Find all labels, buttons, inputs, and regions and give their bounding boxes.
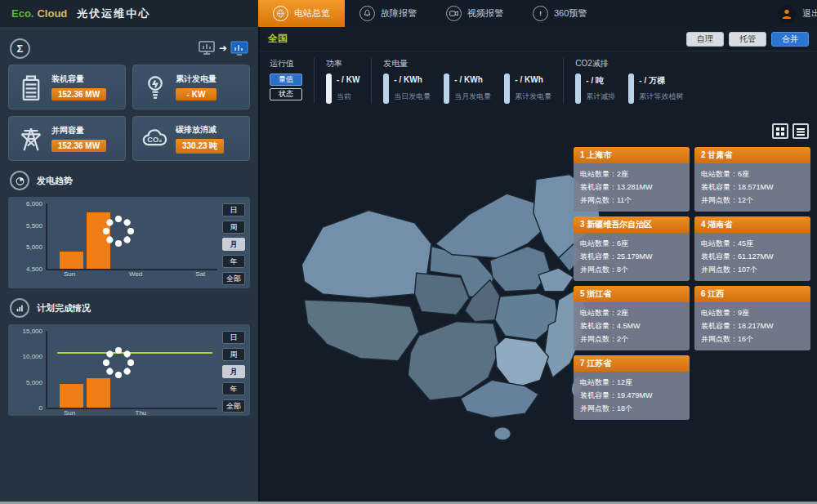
- province-stat-row: 装机容量：25.179MW: [580, 250, 683, 263]
- nav-tab[interactable]: !360预警: [518, 0, 601, 27]
- chart-plot-area: 05,00010,00015,000SunThu: [15, 331, 217, 413]
- brand-cloud: Cloud: [37, 7, 67, 20]
- map-region[interactable]: [301, 211, 431, 299]
- logout-button[interactable]: 退出: [802, 7, 817, 20]
- province-card-title: 1 上海市: [574, 147, 690, 163]
- globe-icon: [273, 6, 288, 21]
- metric-bar-indicator: [628, 74, 634, 104]
- province-stat-row: 电站数量：2座: [580, 306, 683, 319]
- y-axis-tick-label: 0: [15, 404, 42, 412]
- period-button[interactable]: 日: [222, 331, 245, 344]
- period-button[interactable]: 日: [222, 203, 245, 216]
- period-button[interactable]: 周: [222, 221, 245, 234]
- nav-tab-label: 故障报警: [381, 7, 417, 20]
- province-card-body: 电站数量：45座装机容量：61.127MW并网点数：107个: [694, 233, 810, 281]
- alert-icon: !: [533, 6, 548, 21]
- province-stat-row: 并网点数：11个: [580, 194, 683, 207]
- province-stat-row: 并网点数：2个: [580, 332, 683, 346]
- metric-bar-indicator: [383, 74, 389, 104]
- map-region[interactable]: [304, 300, 418, 361]
- metric-label: 当日发电量: [394, 91, 431, 102]
- period-button[interactable]: 月: [222, 238, 245, 251]
- period-button[interactable]: 月: [222, 365, 245, 378]
- nav-tab[interactable]: 视频报警: [431, 0, 518, 27]
- map-region[interactable]: [415, 273, 470, 314]
- display-mode-switcher[interactable]: ➜: [198, 41, 248, 56]
- mode-button[interactable]: 自理: [686, 32, 724, 47]
- list-view-button[interactable]: [792, 123, 809, 139]
- stat-card: 累计发电量 - KW: [132, 65, 250, 109]
- main-nav: 电站总览 故障报警 视频报警 !360预警: [258, 0, 778, 27]
- co2-cloud-icon: CO₂: [138, 123, 172, 154]
- province-card[interactable]: 3 新疆维吾尔自治区 电站数量：6座装机容量：25.179MW并网点数：8个: [574, 216, 690, 281]
- stat-value: 330.23 吨: [176, 139, 224, 154]
- target-line: [57, 352, 212, 354]
- period-button[interactable]: 全部: [222, 399, 245, 413]
- stat-value: 152.36 MW: [51, 140, 106, 152]
- province-card-body: 电站数量：6座装机容量：18.571MW并网点数：12个: [694, 163, 810, 212]
- province-card-title: 6 江西: [694, 286, 810, 302]
- x-axis-tick-label: Sat: [195, 270, 205, 278]
- y-axis-tick-label: 15,000: [15, 328, 42, 335]
- plan-completion-chart: 05,00010,00015,000SunThu 日周月年全部: [8, 324, 250, 416]
- nav-tab[interactable]: 故障报警: [345, 0, 431, 27]
- period-button[interactable]: 周: [222, 348, 245, 361]
- stat-card: CO₂ 碳排放消减 330.23 吨: [132, 116, 250, 161]
- province-card[interactable]: 2 甘肃省 电站数量：6座装机容量：18.571MW并网点数：12个: [694, 147, 810, 212]
- metric-bar-indicator: [326, 74, 332, 104]
- battery-icon: [14, 72, 48, 103]
- metric-label: 累计减排: [586, 91, 615, 102]
- metric-label: 累计等效植树: [639, 91, 683, 102]
- metric-value: - / KW: [337, 75, 359, 84]
- monitor-chart-icon: [230, 41, 248, 56]
- province-stat-row: 电站数量：2座: [580, 167, 683, 181]
- province-card[interactable]: 4 湖南省 电站数量：45座装机容量：61.127MW并网点数：107个: [694, 216, 810, 281]
- metric-value: - / KWh: [515, 75, 551, 84]
- nav-tab-label: 360预警: [554, 7, 587, 20]
- metrics-filter-bar: 运行值 量值状态 功率- / KW当前发电量- / KWh当日发电量- / KW…: [260, 51, 817, 112]
- metric-bar-indicator: [444, 74, 449, 104]
- metric-group: 功率- / KW当前: [314, 58, 371, 104]
- mode-button[interactable]: 合并: [771, 32, 809, 47]
- sigma-summary-icon[interactable]: Σ: [10, 38, 30, 59]
- stat-label: 装机容量: [51, 74, 106, 85]
- svg-text:CO₂: CO₂: [147, 136, 162, 144]
- chart-bar: [60, 384, 83, 408]
- stat-value: 152.36 MW: [51, 88, 106, 100]
- list-view-icon: [796, 127, 806, 136]
- province-card[interactable]: 5 浙江省 电站数量：2座装机容量：4.5MW并网点数：2个: [574, 286, 690, 350]
- section-title: 计划完成情况: [37, 302, 91, 314]
- period-filter: 日周月年全部: [222, 203, 245, 285]
- view-toggles: [772, 123, 809, 139]
- province-cards: 1 上海市 电站数量：2座装机容量：13.281MW并网点数：11个 2 甘肃省…: [574, 147, 810, 420]
- period-button[interactable]: 年: [222, 382, 245, 395]
- grid-view-button[interactable]: [772, 123, 788, 139]
- province-card[interactable]: 1 上海市 电站数量：2座装机容量：13.281MW并网点数：11个: [574, 147, 690, 212]
- run-value-button[interactable]: 状态: [270, 88, 302, 100]
- mode-button[interactable]: 托管: [729, 32, 766, 47]
- period-button[interactable]: 年: [222, 255, 245, 268]
- province-card[interactable]: 6 江西 电站数量：9座装机容量：18.217MW并网点数：16个: [694, 286, 810, 350]
- map-region-hainan[interactable]: [494, 427, 511, 440]
- province-stat-row: 电站数量：12座: [580, 376, 683, 389]
- province-card-title: 7 江苏省: [574, 355, 690, 372]
- bulb-icon: [138, 72, 172, 103]
- province-stat-row: 并网点数：12个: [701, 194, 804, 207]
- province-card[interactable]: 7 江苏省 电站数量：12座装机容量：19.479MW并网点数：18个: [574, 355, 690, 420]
- section-plan-completion: 计划完成情况: [10, 298, 248, 318]
- province-card-body: 电站数量：6座装机容量：25.179MW并网点数：8个: [574, 233, 690, 281]
- stat-card: 并网容量 152.36 MW: [8, 116, 126, 161]
- stat-cards: 装机容量 152.36 MW 累计发电量 - KW 并网容量 152.36 MW…: [8, 65, 250, 161]
- province-card-title: 3 新疆维吾尔自治区: [574, 216, 690, 233]
- generation-trend-chart: 4,5005,0005,5006,000SunWedSat 日周月年全部: [8, 197, 250, 288]
- map-region[interactable]: [495, 337, 549, 388]
- province-card-body: 电站数量：12座装机容量：19.479MW并网点数：18个: [574, 372, 690, 420]
- nav-tab[interactable]: 电站总览: [258, 0, 345, 27]
- y-axis-tick-label: 5,000: [15, 243, 42, 251]
- period-button[interactable]: 全部: [222, 272, 245, 285]
- run-value-button[interactable]: 量值: [270, 74, 302, 86]
- mode-buttons: 自理托管合并: [686, 32, 809, 47]
- page-title: 光伏运维中心: [77, 7, 150, 21]
- region-title: 全国: [268, 32, 288, 46]
- user-avatar[interactable]: [778, 5, 796, 23]
